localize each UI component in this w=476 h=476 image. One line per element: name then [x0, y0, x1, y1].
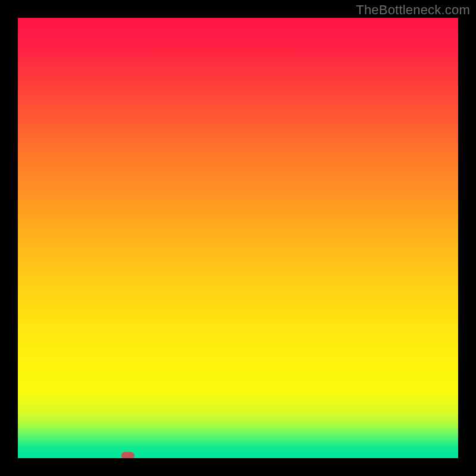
plot-area [18, 18, 458, 458]
background-gradient [18, 18, 458, 458]
chart-frame: TheBottleneck.com [0, 0, 476, 476]
watermark-text: TheBottleneck.com [356, 2, 470, 18]
optimum-marker [121, 452, 134, 458]
